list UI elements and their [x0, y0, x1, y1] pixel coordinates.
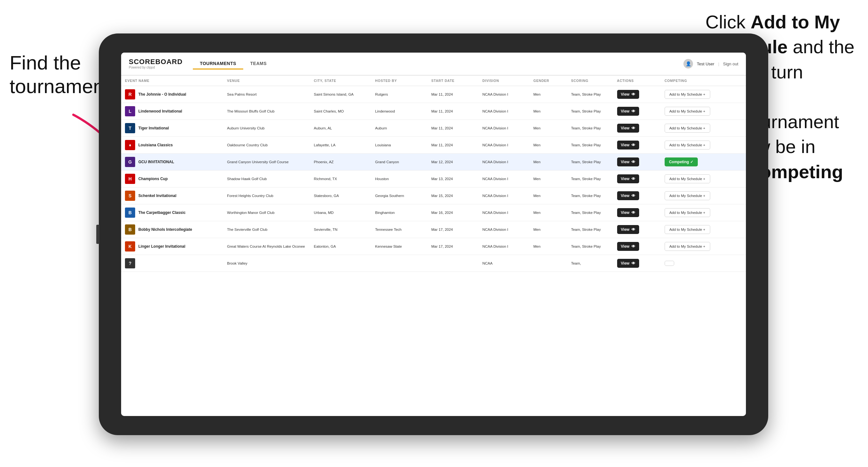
hosted-cell: Georgia Southern: [371, 187, 428, 204]
action-cell: View 👁: [613, 170, 661, 187]
date-cell: Mar 13, 2024: [428, 170, 478, 187]
view-button[interactable]: View 👁: [617, 90, 639, 99]
event-cell: ?: [121, 255, 223, 272]
table-header: EVENT NAME VENUE CITY, STATE HOSTED BY S…: [121, 75, 746, 86]
add-to-schedule-button[interactable]: Add to My Schedule +: [664, 242, 710, 251]
table-row: K Linger Longer Invitational Great Water…: [121, 238, 746, 255]
action-cell: View 👁: [613, 187, 661, 204]
app-logo: SCOREBOARD: [129, 58, 183, 65]
event-name: Louisiana Classics: [138, 143, 173, 147]
gender-cell: Men: [529, 204, 567, 221]
user-name: Test User: [697, 62, 714, 66]
division-cell: NCAA Division I: [478, 204, 529, 221]
scoring-cell: Team, Stroke Play: [567, 170, 613, 187]
tab-teams[interactable]: TEAMS: [243, 58, 274, 69]
city-cell: Auburn, AL: [310, 120, 371, 137]
view-button[interactable]: View 👁: [617, 242, 639, 251]
eye-icon: 👁: [631, 109, 635, 114]
action-cell: View 👁: [613, 86, 661, 103]
venue-cell: Auburn University Club: [223, 120, 310, 137]
view-button[interactable]: View 👁: [617, 259, 639, 268]
view-button[interactable]: View 👁: [617, 107, 639, 116]
city-cell: Phoenix, AZ: [310, 154, 371, 170]
competing-cell: Add to My Schedule +: [661, 221, 746, 238]
table-container: EVENT NAME VENUE CITY, STATE HOSTED BY S…: [121, 75, 746, 416]
add-to-schedule-button[interactable]: Add to My Schedule +: [664, 124, 710, 133]
hosted-cell: Tennessee Tech: [371, 221, 428, 238]
date-cell: Mar 15, 2024: [428, 187, 478, 204]
scoring-cell: Team, Stroke Play: [567, 137, 613, 154]
eye-icon: 👁: [631, 193, 635, 198]
gender-cell: Men: [529, 221, 567, 238]
hosted-cell: [371, 255, 428, 272]
add-to-schedule-button[interactable]: Add to My Schedule +: [664, 191, 710, 200]
competing-cell: Competing ✓: [661, 154, 746, 170]
view-button[interactable]: View 👁: [617, 157, 639, 166]
date-cell: Mar 17, 2024: [428, 238, 478, 255]
scoring-cell: Team, Stroke Play: [567, 103, 613, 120]
competing-cell: Add to My Schedule +: [661, 103, 746, 120]
sign-out-link[interactable]: Sign out: [723, 62, 738, 66]
action-cell: View 👁: [613, 204, 661, 221]
date-cell: Mar 16, 2024: [428, 204, 478, 221]
competing-cell: Add to My Schedule +: [661, 137, 746, 154]
annotation-left: Find the tournament.: [9, 51, 112, 98]
team-logo: R: [125, 89, 135, 99]
view-button[interactable]: View 👁: [617, 191, 639, 200]
add-to-schedule-button[interactable]: Add to My Schedule +: [664, 141, 710, 150]
division-cell: NCAA Division I: [478, 238, 529, 255]
event-name: The Johnnie - O Individual: [138, 92, 186, 97]
view-button[interactable]: View 👁: [617, 208, 639, 217]
nav-tabs: TOURNAMENTS TEAMS: [193, 58, 683, 69]
add-to-schedule-button[interactable]: Add to My Schedule +: [664, 90, 710, 99]
view-button[interactable]: View 👁: [617, 141, 639, 150]
tablet-screen: SCOREBOARD Powered by clippd TOURNAMENTS…: [121, 53, 746, 416]
city-cell: [310, 255, 371, 272]
add-to-schedule-button[interactable]: Add to My Schedule +: [664, 175, 710, 183]
gender-cell: Men: [529, 154, 567, 170]
team-logo: B: [125, 224, 135, 235]
date-cell: Mar 11, 2024: [428, 120, 478, 137]
city-cell: Statesboro, GA: [310, 187, 371, 204]
event-name: Tiger Invitational: [138, 126, 169, 130]
division-cell: NCAA Division I: [478, 221, 529, 238]
view-button[interactable]: View 👁: [617, 175, 639, 183]
hosted-cell: Binghamton: [371, 204, 428, 221]
col-header-competing: COMPETING: [661, 75, 746, 86]
scoring-cell: Team, Stroke Play: [567, 238, 613, 255]
city-cell: Eatonton, GA: [310, 238, 371, 255]
tab-tournaments[interactable]: TOURNAMENTS: [193, 58, 243, 69]
team-logo: ♦: [125, 140, 135, 150]
venue-cell: Forest Heights Country Club: [223, 187, 310, 204]
competing-cell: Add to My Schedule +: [661, 238, 746, 255]
add-to-schedule-button[interactable]: [664, 261, 674, 266]
competing-button[interactable]: Competing ✓: [664, 157, 698, 166]
eye-icon: 👁: [631, 261, 635, 266]
eye-icon: 👁: [631, 227, 635, 232]
venue-cell: Oakbourne Country Club: [223, 137, 310, 154]
competing-cell: Add to My Schedule +: [661, 187, 746, 204]
logo-area: SCOREBOARD Powered by clippd: [129, 58, 183, 69]
event-name: Bobby Nichols Intercollegiate: [138, 227, 192, 232]
team-logo: B: [125, 208, 135, 218]
event-cell: B The Carpetbagger Classic: [121, 204, 223, 221]
gender-cell: Men: [529, 137, 567, 154]
table-row: ♦ Louisiana Classics Oakbourne Country C…: [121, 137, 746, 154]
col-header-division: DIVISION: [478, 75, 529, 86]
action-cell: View 👁: [613, 137, 661, 154]
city-cell: Saint Simons Island, GA: [310, 86, 371, 103]
division-cell: NCAA Division I: [478, 137, 529, 154]
hosted-cell: Lindenwood: [371, 103, 428, 120]
view-button[interactable]: View 👁: [617, 225, 639, 234]
event-cell: G GCU INVITATIONAL: [121, 154, 223, 170]
add-to-schedule-button[interactable]: Add to My Schedule +: [664, 107, 710, 116]
add-to-schedule-button[interactable]: Add to My Schedule +: [664, 225, 710, 234]
view-button[interactable]: View 👁: [617, 124, 639, 133]
col-header-date: START DATE: [428, 75, 478, 86]
event-name: Champions Cup: [138, 177, 168, 181]
scoring-cell: Team,: [567, 255, 613, 272]
add-to-schedule-button[interactable]: Add to My Schedule +: [664, 208, 710, 217]
venue-cell: Brook Valley: [223, 255, 310, 272]
event-cell: ♦ Louisiana Classics: [121, 137, 223, 154]
header-right: 👤 Test User | Sign out: [683, 59, 738, 68]
